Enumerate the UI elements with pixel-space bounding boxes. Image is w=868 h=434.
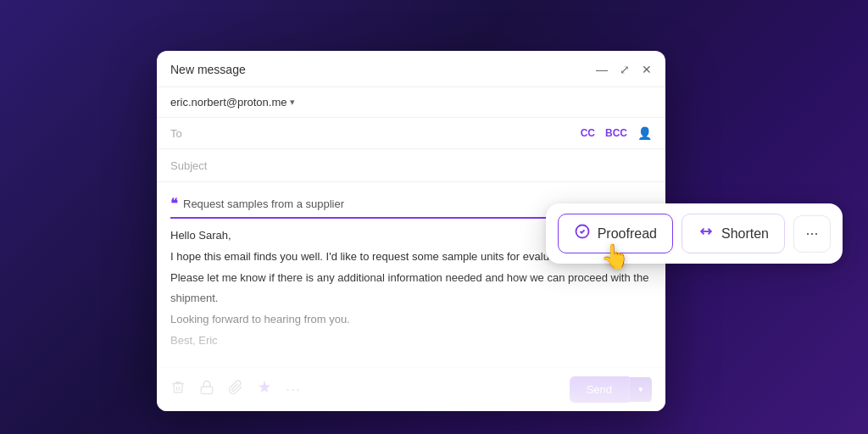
toolbar-row: ··· Send ▾ — [157, 367, 665, 411]
window-controls: — ⤢ ✕ — [596, 64, 652, 75]
body-sign: Best, Eric — [170, 332, 652, 350]
shorten-button[interactable]: Shorten — [682, 214, 785, 253]
from-row: eric.norbert@proton.me ▾ — [157, 87, 665, 118]
proofread-label: Proofread — [598, 226, 657, 242]
body-closing: Looking forward to hearing from you. — [170, 311, 652, 329]
window-titlebar: New message — ⤢ ✕ — [157, 51, 665, 87]
ai-prompt-text: Request samples from a supplier — [183, 198, 344, 210]
bcc-button[interactable]: BCC — [605, 127, 627, 139]
to-row: To CC BCC 👤 — [157, 118, 665, 149]
cc-button[interactable]: CC — [581, 127, 595, 139]
from-address[interactable]: eric.norbert@proton.me ▾ — [170, 96, 295, 108]
shorten-label: Shorten — [721, 226, 769, 242]
lock-icon[interactable] — [199, 380, 214, 398]
attachment-icon[interactable] — [228, 380, 243, 398]
more-options-icon[interactable]: ··· — [286, 381, 301, 398]
proofread-icon — [574, 223, 591, 244]
shorten-icon — [698, 223, 715, 244]
close-button[interactable]: ✕ — [642, 64, 652, 75]
send-button-group[interactable]: Send ▾ — [570, 376, 652, 403]
proofread-wrapper: Proofread 👆 — [558, 214, 673, 253]
popup-more-icon: ··· — [805, 225, 818, 242]
svg-rect-0 — [201, 387, 213, 394]
cursor-hand-icon: 👆 — [600, 242, 630, 270]
expand-button[interactable]: ⤢ — [620, 64, 630, 75]
to-label[interactable]: To — [170, 127, 581, 140]
minimize-button[interactable]: — — [596, 64, 608, 75]
subject-placeholder: Subject — [170, 159, 207, 172]
send-button[interactable]: Send — [570, 376, 629, 403]
subject-row[interactable]: Subject — [157, 149, 665, 182]
from-email: eric.norbert@proton.me — [170, 96, 287, 108]
add-contact-icon[interactable]: 👤 — [637, 126, 652, 140]
window-title: New message — [170, 63, 246, 76]
delete-icon[interactable] — [170, 380, 186, 398]
body-line3: shipment. — [170, 290, 652, 308]
action-popup: Proofread 👆 Shorten ··· — [546, 203, 843, 264]
to-actions: CC BCC 👤 — [581, 126, 652, 140]
body-line2: Please let me know if there is any addit… — [170, 270, 652, 287]
magic-icon[interactable] — [257, 380, 272, 398]
send-dropdown-button[interactable]: ▾ — [629, 377, 652, 402]
from-chevron-icon[interactable]: ▾ — [290, 97, 295, 108]
ai-quote-icon: ❝ — [170, 196, 178, 212]
popup-more-button[interactable]: ··· — [793, 215, 831, 253]
